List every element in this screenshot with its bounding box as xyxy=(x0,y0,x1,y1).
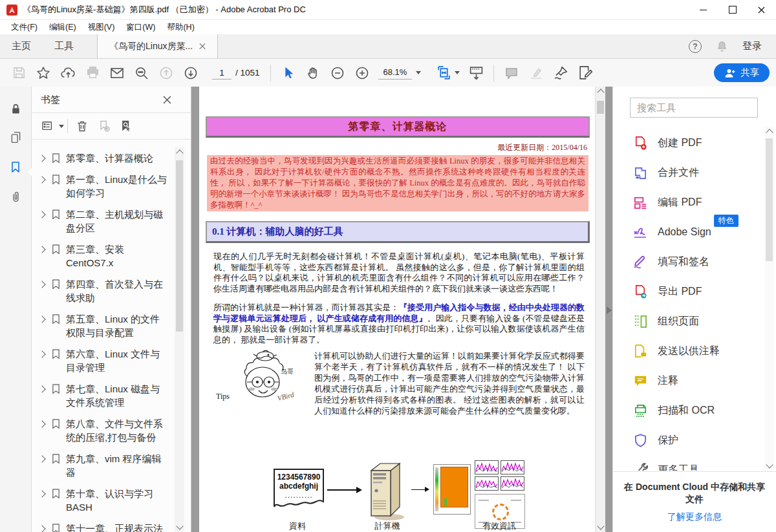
expand-chevron-icon[interactable] xyxy=(38,525,45,532)
search-icon[interactable] xyxy=(132,63,151,83)
bookmark-item[interactable]: 第十一章、正规表示法与文件格式化处理 xyxy=(36,518,173,532)
next-page-icon[interactable] xyxy=(181,63,200,83)
locate-bookmark-icon[interactable] xyxy=(116,116,136,136)
menu-item[interactable]: 编辑(E) xyxy=(43,21,82,34)
menu-item[interactable]: 帮助(H) xyxy=(161,21,200,34)
highlight-icon[interactable] xyxy=(526,63,546,83)
close-panel-icon[interactable] xyxy=(163,96,171,104)
hand-tool-icon[interactable] xyxy=(303,63,323,83)
favorite-star-icon[interactable] xyxy=(34,63,53,83)
security-lock-icon[interactable] xyxy=(0,97,31,120)
close-tab-icon[interactable] xyxy=(199,43,206,50)
zoom-in-icon[interactable] xyxy=(352,63,372,83)
search-tools-input[interactable] xyxy=(630,98,758,118)
expand-chevron-icon[interactable] xyxy=(38,455,45,462)
menu-item[interactable]: 文件(F) xyxy=(5,21,43,34)
close-button[interactable] xyxy=(747,0,776,19)
zoom-out-icon[interactable] xyxy=(328,63,347,83)
bookmark-options-icon[interactable] xyxy=(38,116,58,136)
scroll-down-icon[interactable] xyxy=(597,522,604,529)
bookmark-item[interactable]: 第一章、Linux是什么与如何学习 xyxy=(36,169,173,204)
email-icon[interactable] xyxy=(107,63,127,83)
tool-export-pdf[interactable]: 导出 PDF xyxy=(613,277,762,306)
minimize-button[interactable] xyxy=(689,0,718,19)
scroll-down-icon[interactable] xyxy=(176,522,183,529)
delete-bookmark-icon[interactable] xyxy=(72,116,92,136)
expand-chevron-icon[interactable] xyxy=(38,490,45,497)
tool-more-tools[interactable]: 更多工具 xyxy=(613,455,762,471)
chevron-down-icon[interactable] xyxy=(59,125,64,128)
cloud-upload-icon[interactable] xyxy=(58,63,78,83)
tool-combine-files[interactable]: 合并文件 xyxy=(613,158,762,187)
document-scrollbar[interactable] xyxy=(595,87,605,532)
menu-item[interactable]: 视图(V) xyxy=(82,21,121,34)
bookmark-item[interactable]: 第三章、安装CentOS7.x xyxy=(36,239,173,273)
bookmarks-panel-icon[interactable] xyxy=(0,155,31,178)
expand-chevron-icon[interactable] xyxy=(38,154,45,162)
scrollbar-thumb[interactable] xyxy=(766,138,773,261)
scroll-up-icon[interactable] xyxy=(597,89,604,96)
save-icon[interactable] xyxy=(9,63,28,83)
tab-home[interactable]: 主页 xyxy=(0,34,43,58)
print-icon[interactable] xyxy=(83,63,102,83)
fit-width-icon[interactable] xyxy=(434,63,453,83)
add-bookmark-icon[interactable] xyxy=(94,116,114,136)
expand-panel-arrow-icon[interactable] xyxy=(607,306,612,314)
comment-icon[interactable] xyxy=(502,63,521,83)
bookmark-label: 第七章、Linux 磁盘与文件系统管理 xyxy=(66,382,169,409)
tool-create-pdf[interactable]: 创建 PDF xyxy=(613,128,762,158)
maximize-button[interactable] xyxy=(718,0,747,19)
page-number-input[interactable] xyxy=(212,67,232,80)
help-icon[interactable]: ? xyxy=(689,40,702,53)
learn-more-link[interactable]: 了解更多信息 xyxy=(667,511,722,523)
tool-edit-pdf[interactable]: 编辑 PDF xyxy=(613,187,762,217)
notifications-bell-icon[interactable] xyxy=(716,40,728,52)
sign-in-link[interactable]: 登录 xyxy=(742,40,762,52)
share-button[interactable]: 共享 xyxy=(714,63,770,82)
previous-page-icon[interactable] xyxy=(156,63,176,83)
bookmark-item[interactable]: 第七章、Linux 磁盘与文件系统管理 xyxy=(36,378,173,413)
sign-pen-icon[interactable] xyxy=(551,63,570,83)
zoom-level-control[interactable]: 68.1% xyxy=(378,66,422,80)
bookmark-item[interactable]: 第十章、认识与学习 BASH xyxy=(36,483,173,518)
expand-chevron-icon[interactable] xyxy=(38,176,45,183)
scroll-down-icon[interactable] xyxy=(766,461,773,468)
menu-item[interactable]: 窗口(W) xyxy=(120,21,161,34)
bookmark-item[interactable]: 第九章、vim 程序编辑器 xyxy=(36,448,173,483)
tab-tools[interactable]: 工具 xyxy=(43,34,85,58)
tool-send-for-comments[interactable]: 发送以供注释 xyxy=(613,336,762,366)
bookmark-item[interactable]: 第六章、Linux 文件与目录管理 xyxy=(36,343,173,378)
expand-chevron-icon[interactable] xyxy=(38,281,45,288)
page-thumbnails-icon[interactable] xyxy=(0,125,31,149)
expand-chevron-icon[interactable] xyxy=(38,420,45,427)
expand-chevron-icon[interactable] xyxy=(38,385,45,392)
reading-mode-icon[interactable] xyxy=(466,63,486,83)
bookmark-item[interactable]: 第四章、首次登入与在线求助 xyxy=(36,273,173,308)
chevron-down-icon[interactable] xyxy=(455,71,460,74)
scrollbar-thumb[interactable] xyxy=(176,160,183,332)
scroll-up-icon[interactable] xyxy=(176,149,183,156)
tool-scan-ocr[interactable]: 扫描和 OCR xyxy=(613,396,762,425)
scroll-up-icon[interactable] xyxy=(766,129,773,136)
bookmark-item[interactable]: 第零章、计算器概论 xyxy=(36,147,173,169)
bookmarks-scrollbar[interactable] xyxy=(175,147,184,532)
bookmark-item[interactable]: 第二章、主机规划与磁盘分区 xyxy=(36,204,173,239)
bookmark-item[interactable]: 第五章、Linux 的文件权限与目录配置 xyxy=(36,308,173,343)
tool-comment[interactable]: 注释 xyxy=(613,366,762,396)
tool-adobe-sign[interactable]: 特色 Adobe Sign xyxy=(613,217,762,247)
tab-document[interactable]: 《鸟哥的Linux房菜... xyxy=(97,34,218,58)
bookmark-item[interactable]: 第八章、文件与文件系统的压缩,打包与备份 xyxy=(36,413,173,448)
expand-chevron-icon[interactable] xyxy=(38,350,45,357)
tool-protect[interactable]: 保护 xyxy=(613,425,762,455)
attachments-icon[interactable] xyxy=(0,185,31,208)
tool-organize-pages[interactable]: 组织页面 xyxy=(613,306,762,336)
tool-label: 合并文件 xyxy=(658,166,699,180)
tool-fill-sign[interactable]: 填写和签名 xyxy=(613,247,762,277)
expand-chevron-icon[interactable] xyxy=(38,246,45,253)
select-tool-icon[interactable] xyxy=(279,63,298,83)
tools-scrollbar[interactable] xyxy=(764,127,774,471)
expand-chevron-icon[interactable] xyxy=(38,211,45,218)
expand-chevron-icon[interactable] xyxy=(38,315,45,323)
scrollbar-thumb[interactable] xyxy=(597,101,604,114)
fill-sign-icon[interactable] xyxy=(576,63,595,83)
